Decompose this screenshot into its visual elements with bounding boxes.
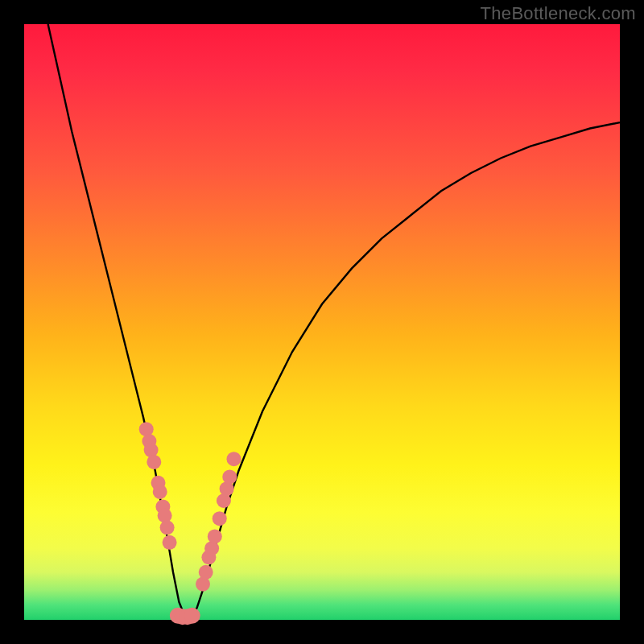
marker-dot <box>163 535 177 550</box>
marker-dot <box>227 452 242 466</box>
chart-plot-area <box>24 24 620 620</box>
marker-dot <box>184 608 200 624</box>
markers-left-cluster <box>139 422 177 550</box>
chart-frame: TheBottleneck.com <box>0 0 644 644</box>
marker-dot <box>208 529 222 543</box>
marker-dot <box>213 511 227 526</box>
marker-dot <box>147 455 161 469</box>
chart-svg <box>24 24 620 620</box>
watermark-text: TheBottleneck.com <box>481 3 636 24</box>
marker-dot <box>158 509 172 523</box>
bottleneck-curve <box>48 24 620 617</box>
markers-right-cluster <box>196 452 242 591</box>
marker-dot <box>160 520 175 535</box>
marker-dot <box>199 565 213 580</box>
marker-dot <box>222 469 237 484</box>
marker-dot <box>153 485 167 499</box>
markers-valley-cluster <box>170 608 200 625</box>
